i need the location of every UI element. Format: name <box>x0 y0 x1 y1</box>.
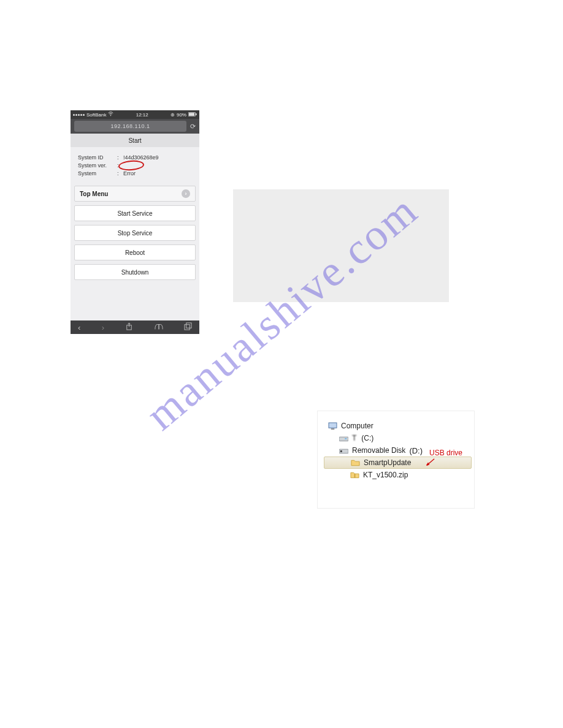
computer-node[interactable]: Computer <box>327 420 468 432</box>
placeholder-panel <box>233 189 449 302</box>
svg-rect-5 <box>185 325 190 330</box>
top-menu-button[interactable]: Top Menu › <box>74 186 196 202</box>
svg-rect-13 <box>354 474 355 478</box>
svg-rect-10 <box>345 438 347 439</box>
explorer-panel: Computer T (C:) Removable Disk (D:) Smar… <box>317 411 475 509</box>
c-drive-suffix: (C:) <box>361 434 373 442</box>
battery-percent: 90% <box>177 112 186 118</box>
smartpupdate-folder[interactable]: SmartpUpdate <box>324 457 472 469</box>
url-text: 192.168.110.1 <box>110 123 150 129</box>
removable-disk-icon <box>339 446 348 455</box>
system-label: System <box>78 170 117 178</box>
system-info: System ID : !44d306268e9 System ver. : S… <box>71 147 199 183</box>
battery-icon <box>188 112 197 118</box>
c-drive-node[interactable]: T (C:) <box>327 432 468 444</box>
svg-rect-6 <box>186 323 191 328</box>
status-left: SoftBank <box>73 112 113 118</box>
d-drive-suffix: (D:) <box>409 446 423 455</box>
svg-rect-12 <box>340 450 342 452</box>
system-ver-label: System ver. <box>78 162 117 170</box>
watermark-overlay: manualshive.com <box>0 0 563 728</box>
page-title: Start <box>128 137 141 144</box>
back-icon[interactable]: ‹ <box>78 323 80 332</box>
reboot-button[interactable]: Reboot <box>74 245 196 260</box>
start-service-label: Start Service <box>117 210 152 217</box>
computer-icon <box>327 421 337 431</box>
start-service-button[interactable]: Start Service <box>74 205 196 221</box>
usb-drive-annotation: USB drive <box>429 449 462 457</box>
browser-toolbar: ‹ › <box>71 320 199 334</box>
shutdown-button[interactable]: Shutdown <box>74 264 196 280</box>
computer-label: Computer <box>341 422 373 430</box>
browser-address-bar: 192.168.110.1 ⟳ <box>71 119 199 134</box>
bookmarks-icon[interactable] <box>155 323 163 332</box>
status-time: 12:12 <box>136 112 148 118</box>
folder-icon <box>350 458 360 468</box>
hdd-icon <box>339 433 348 443</box>
phone-screenshot: SoftBank 12:12 ⊕ 90% 192.168.110.1 ⟳ Sta… <box>71 110 199 334</box>
svg-rect-7 <box>329 422 337 427</box>
svg-rect-9 <box>339 437 348 441</box>
system-id-label: System ID <box>78 154 117 162</box>
stop-service-button[interactable]: Stop Service <box>74 225 196 241</box>
svg-rect-3 <box>196 113 197 115</box>
carrier-label: SoftBank <box>86 112 106 118</box>
zip-file-icon <box>350 470 359 480</box>
system-row: System : Error <box>78 170 193 178</box>
reboot-label: Reboot <box>125 249 145 256</box>
chevron-right-icon: › <box>182 189 190 198</box>
share-icon[interactable] <box>125 322 133 332</box>
orientation-lock-icon: ⊕ <box>170 112 175 118</box>
annotation-arrow <box>424 458 435 468</box>
url-field[interactable]: 192.168.110.1 <box>74 121 186 132</box>
top-menu-label: Top Menu <box>80 191 108 197</box>
reload-icon[interactable]: ⟳ <box>190 123 196 131</box>
svg-rect-2 <box>189 113 194 116</box>
system-value: Error <box>123 170 136 178</box>
status-bar: SoftBank 12:12 ⊕ 90% <box>71 110 199 119</box>
shutdown-label: Shutdown <box>121 269 148 276</box>
removable-label: Removable Disk <box>352 446 405 455</box>
tabs-icon[interactable] <box>184 322 192 332</box>
svg-rect-8 <box>331 428 334 430</box>
signal-icon <box>73 114 85 116</box>
page-title-bar: Start <box>71 134 199 147</box>
folder-label: SmartpUpdate <box>364 458 411 467</box>
forward-icon[interactable]: › <box>102 323 104 332</box>
zip-file-node[interactable]: KT_v1500.zip <box>327 469 468 481</box>
wifi-icon <box>108 112 113 118</box>
svg-point-0 <box>110 115 111 116</box>
c-drive-name: T <box>352 434 358 442</box>
stop-service-label: Stop Service <box>118 230 153 237</box>
status-right: ⊕ 90% <box>170 112 197 118</box>
zip-file-label: KT_v1500.zip <box>363 471 408 479</box>
